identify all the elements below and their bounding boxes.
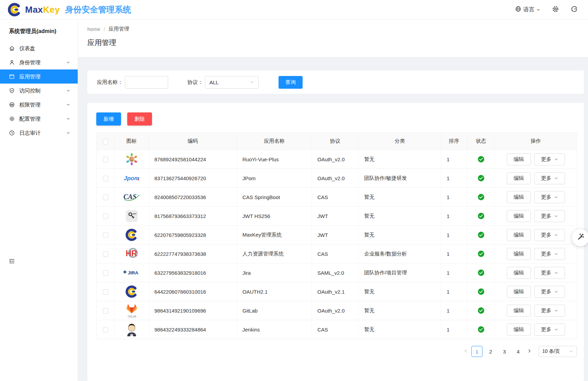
jira-icon: JIRA [122, 269, 141, 276]
delete-button[interactable]: 删除 [127, 112, 152, 126]
more-button[interactable]: 更多 [534, 172, 565, 184]
apps-table: 图标编码应用名称协议分类排序状态操作 876892492581044224 Ru… [96, 132, 577, 339]
edit-button[interactable]: 编辑 [507, 210, 531, 222]
more-button[interactable]: 更多 [534, 191, 565, 203]
chevron-down-icon [554, 214, 558, 218]
edit-button[interactable]: 编辑 [507, 153, 531, 165]
current-user: 系统管理员(admin) [0, 20, 78, 39]
app-code: 986432249333284864 [149, 320, 237, 339]
app-name: MaxKey管理系统 [237, 226, 312, 244]
edit-button[interactable]: 编辑 [507, 229, 531, 241]
row-checkbox[interactable] [103, 270, 108, 276]
app-protocol: CAS [312, 320, 359, 339]
edit-button[interactable]: 编辑 [507, 324, 531, 336]
app-protocol: SAML_v2.0 [312, 263, 359, 282]
chevron-down-icon [66, 131, 70, 135]
svg-text:Jpom: Jpom [124, 175, 139, 182]
svg-text:HR: HR [126, 249, 137, 258]
status-enabled-icon [478, 250, 484, 257]
table-row: CAS 824008507220033536 CAS SpringBoot CA… [97, 188, 577, 207]
protocol-label: 协议： [187, 79, 203, 86]
breadcrumb-current: 应用管理 [109, 26, 129, 32]
page-button-1[interactable]: 1 [471, 346, 482, 357]
sidebar-item-dashboard[interactable]: 仪表盘 [0, 41, 78, 55]
edit-button[interactable]: 编辑 [507, 267, 531, 279]
sidebar-item-permission[interactable]: 权限管理 [0, 98, 78, 112]
more-button[interactable]: 更多 [534, 210, 565, 222]
search-button[interactable]: 查询 [279, 76, 303, 89]
col-header-status: 状态 [467, 133, 495, 150]
app-code: 876892492581044224 [149, 150, 237, 169]
app-name-input[interactable] [125, 76, 168, 89]
chevron-right-icon [527, 348, 532, 355]
sidebar-item-config[interactable]: 配置管理 [0, 112, 78, 126]
app-sort: 1 [441, 150, 467, 169]
app-name: CAS SpringBoot [237, 188, 312, 207]
language-label: 语言 [523, 6, 534, 13]
page-button-4[interactable]: 4 [513, 346, 524, 357]
row-checkbox[interactable] [103, 308, 108, 314]
table-row: 644220607860310016 OAUTH2.1 OAuth_v2.1 暂… [97, 282, 577, 301]
row-checkbox[interactable] [103, 176, 108, 181]
breadcrumb-home[interactable]: home [87, 26, 100, 32]
magic-wand-button[interactable] [572, 229, 588, 246]
row-checkbox[interactable] [103, 327, 108, 333]
table-row: 986432249333284864 Jenkins CAS 暂无 1 编辑 更… [97, 320, 577, 339]
page-button-2[interactable]: 2 [485, 346, 496, 357]
app-protocol: OAuth_v2.0 [312, 150, 359, 169]
more-button[interactable]: 更多 [534, 305, 565, 317]
app-sort: 1 [441, 188, 467, 207]
edit-button[interactable]: 编辑 [507, 305, 531, 317]
page-title: 应用管理 [87, 38, 579, 47]
app-protocol: JWT [312, 226, 359, 244]
select-all-checkbox[interactable] [103, 139, 108, 144]
chevron-down-icon [250, 80, 254, 84]
row-checkbox[interactable] [103, 251, 108, 257]
settings-gear-button[interactable] [552, 6, 559, 14]
sidebar-item-identity[interactable]: 身份管理 [0, 55, 78, 69]
col-header-icon: 图标 [115, 133, 149, 150]
edit-button[interactable]: 编辑 [507, 172, 531, 184]
next-page-button[interactable] [526, 347, 533, 356]
page-button-3[interactable]: 3 [499, 346, 510, 357]
menu-fold-button[interactable] [9, 258, 15, 266]
edit-button[interactable]: 编辑 [507, 286, 531, 298]
status-enabled-icon [478, 194, 484, 200]
jwt-icon: JWT [126, 210, 138, 222]
row-checkbox[interactable] [103, 214, 108, 219]
more-button[interactable]: 更多 [534, 286, 565, 298]
more-button[interactable]: 更多 [534, 248, 565, 260]
protocol-select[interactable]: ALL [205, 76, 259, 89]
globe-icon [515, 6, 521, 13]
more-button[interactable]: 更多 [534, 153, 565, 165]
topbar: MaxKey 身份安全管理系统 语言 [0, 0, 588, 20]
status-enabled-icon [478, 175, 484, 182]
row-checkbox[interactable] [103, 232, 108, 238]
chevron-down-icon [554, 176, 558, 180]
row-checkbox[interactable] [103, 195, 108, 200]
more-button[interactable]: 更多 [534, 229, 565, 241]
prev-page-button[interactable] [462, 347, 469, 356]
table-row: Jpom 837136275440926720 JPom OAuth_v2.0 … [97, 169, 577, 188]
edit-button[interactable]: 编辑 [507, 248, 531, 260]
table-body: 876892492581044224 RuoYi-Vue-Plus OAuth_… [97, 150, 577, 339]
language-button[interactable]: 语言 [515, 6, 540, 13]
app-name: RuoYi-Vue-Plus [237, 150, 312, 169]
app-name: OAUTH2.1 [237, 282, 312, 301]
row-checkbox[interactable] [103, 289, 108, 295]
edit-button[interactable]: 编辑 [507, 191, 531, 203]
sidebar-item-apps[interactable]: 应用管理 [0, 69, 78, 84]
app-category: 团队协作/项目管理 [359, 263, 441, 282]
sidebar-item-access[interactable]: 访问控制 [0, 84, 78, 98]
sidebar-item-audit[interactable]: 日志审计 [0, 126, 78, 140]
app-name: GitLab [237, 301, 312, 320]
more-button[interactable]: 更多 [534, 267, 565, 279]
row-checkbox[interactable] [103, 157, 108, 162]
app-code: 644220607860310016 [149, 282, 237, 301]
table-row: GitLab 986431492190109696 GitLab OAuth_v… [97, 301, 577, 320]
more-button[interactable]: 更多 [534, 324, 565, 336]
app-protocol: CAS [312, 244, 359, 263]
logout-button[interactable] [571, 6, 578, 14]
add-button[interactable]: 新增 [96, 112, 121, 126]
page-size-select[interactable]: 10 条/页 [538, 346, 577, 357]
